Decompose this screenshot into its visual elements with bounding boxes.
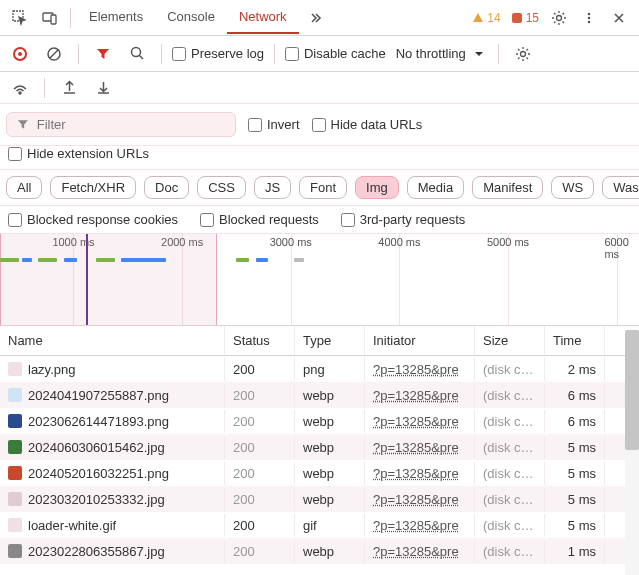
cell-initiator[interactable]: ?p=13285&pre [365, 514, 475, 537]
type-chip-media[interactable]: Media [407, 176, 464, 199]
type-chip-font[interactable]: Font [299, 176, 347, 199]
tab-network[interactable]: Network [227, 1, 299, 34]
clear-icon[interactable] [40, 40, 68, 68]
upload-icon[interactable] [55, 74, 83, 102]
cell-initiator[interactable]: ?p=13285&pre [365, 488, 475, 511]
tab-console[interactable]: Console [155, 1, 227, 34]
col-status[interactable]: Status [225, 326, 295, 355]
throttling-value: No throttling [396, 46, 466, 61]
table-row[interactable]: 2023062614471893.png200webp?p=13285&pre(… [0, 408, 639, 434]
hide-data-urls-checkbox[interactable]: Hide data URLs [312, 117, 423, 132]
filter-input[interactable] [37, 117, 225, 132]
type-chip-img[interactable]: Img [355, 176, 399, 199]
cell-time: 1 ms [545, 540, 605, 563]
selection-zone[interactable] [0, 234, 217, 325]
blocked-cookies-checkbox[interactable]: Blocked response cookies [8, 212, 178, 227]
filter-input-wrap[interactable] [6, 112, 236, 137]
kebab-icon[interactable] [575, 4, 603, 32]
cell-status: 200 [225, 488, 295, 511]
cell-time: 6 ms [545, 384, 605, 407]
divider [44, 78, 45, 98]
type-chip-manifest[interactable]: Manifest [472, 176, 543, 199]
network-settings-icon[interactable] [509, 40, 537, 68]
scrollbar[interactable] [625, 330, 639, 575]
invert-label: Invert [267, 117, 300, 132]
cell-name: 2024060306015462.jpg [0, 436, 225, 459]
preserve-log-checkbox[interactable]: Preserve log [172, 46, 264, 61]
table-row[interactable]: 2023032010253332.jpg200webp?p=13285&pre(… [0, 486, 639, 512]
tick-label: 4000 ms [378, 236, 420, 248]
cell-name: loader-white.gif [0, 514, 225, 537]
settings-icon[interactable] [545, 4, 573, 32]
type-chip-all[interactable]: All [6, 176, 42, 199]
filter-toggle-icon[interactable] [89, 40, 117, 68]
funnel-icon [17, 118, 29, 131]
col-size[interactable]: Size [475, 326, 545, 355]
col-type[interactable]: Type [295, 326, 365, 355]
col-time[interactable]: Time [545, 326, 605, 355]
col-initiator[interactable]: Initiator [365, 326, 475, 355]
cell-status: 200 [225, 462, 295, 485]
type-chip-fetch-xhr[interactable]: Fetch/XHR [50, 176, 136, 199]
overview-bar [96, 258, 115, 262]
preserve-log-label: Preserve log [191, 46, 264, 61]
warning-count: 14 [487, 11, 500, 25]
record-button[interactable] [6, 40, 34, 68]
table-body: lazy.png200png?p=13285&pre(disk c…2 ms20… [0, 356, 639, 564]
cell-initiator[interactable]: ?p=13285&pre [365, 358, 475, 381]
close-icon[interactable] [605, 4, 633, 32]
overview-bar [256, 258, 269, 262]
table-row[interactable]: lazy.png200png?p=13285&pre(disk c…2 ms [0, 356, 639, 382]
file-icon [8, 362, 22, 376]
tab-elements[interactable]: Elements [77, 1, 155, 34]
invert-checkbox[interactable]: Invert [248, 117, 300, 132]
table-row[interactable]: 2023022806355867.jpg200webp?p=13285&pre(… [0, 538, 639, 564]
more-tabs-icon[interactable] [301, 4, 329, 32]
throttling-select[interactable]: No throttling [392, 46, 488, 61]
cell-initiator[interactable]: ?p=13285&pre [365, 462, 475, 485]
col-name[interactable]: Name [0, 326, 225, 355]
type-chip-js[interactable]: JS [254, 176, 291, 199]
inspect-icon[interactable] [6, 4, 34, 32]
download-icon[interactable] [89, 74, 117, 102]
warning-badge[interactable]: 14 [468, 11, 504, 25]
third-party-checkbox[interactable]: 3rd-party requests [341, 212, 466, 227]
error-badge[interactable]: 15 [507, 11, 543, 25]
type-chip-css[interactable]: CSS [197, 176, 246, 199]
cell-size: (disk c… [475, 436, 545, 459]
table-row[interactable]: 2024052016032251.png200webp?p=13285&pre(… [0, 460, 639, 486]
waterfall-overview[interactable]: 1000 ms2000 ms3000 ms4000 ms5000 ms6000 … [0, 234, 639, 326]
network-conditions-icon[interactable] [6, 74, 34, 102]
divider [78, 44, 79, 64]
type-chip-wasm[interactable]: Wasm [602, 176, 639, 199]
scrollbar-thumb[interactable] [625, 330, 639, 450]
cell-name: 2023032010253332.jpg [0, 488, 225, 511]
cell-type: webp [295, 462, 365, 485]
file-icon [8, 414, 22, 428]
file-icon [8, 544, 22, 558]
time-marker[interactable] [86, 234, 88, 325]
io-toolbar [0, 72, 639, 104]
cell-initiator[interactable]: ?p=13285&pre [365, 540, 475, 563]
disable-cache-label: Disable cache [304, 46, 386, 61]
search-icon[interactable] [123, 40, 151, 68]
cell-size: (disk c… [475, 384, 545, 407]
cell-initiator[interactable]: ?p=13285&pre [365, 436, 475, 459]
table-row[interactable]: 2024041907255887.png200webp?p=13285&pre(… [0, 382, 639, 408]
blocked-cookies-label: Blocked response cookies [27, 212, 178, 227]
hide-ext-urls-checkbox[interactable]: Hide extension URLs [8, 146, 631, 161]
cell-initiator[interactable]: ?p=13285&pre [365, 384, 475, 407]
type-chip-ws[interactable]: WS [551, 176, 594, 199]
file-icon [8, 440, 22, 454]
blocked-requests-checkbox[interactable]: Blocked requests [200, 212, 319, 227]
cell-initiator[interactable]: ?p=13285&pre [365, 410, 475, 433]
table-row[interactable]: loader-white.gif200gif?p=13285&pre(disk … [0, 512, 639, 538]
cell-status: 200 [225, 384, 295, 407]
svg-point-4 [557, 15, 562, 20]
type-chip-doc[interactable]: Doc [144, 176, 189, 199]
cell-status: 200 [225, 358, 295, 381]
blocked-requests-label: Blocked requests [219, 212, 319, 227]
disable-cache-checkbox[interactable]: Disable cache [285, 46, 386, 61]
device-icon[interactable] [36, 4, 64, 32]
table-row[interactable]: 2024060306015462.jpg200webp?p=13285&pre(… [0, 434, 639, 460]
